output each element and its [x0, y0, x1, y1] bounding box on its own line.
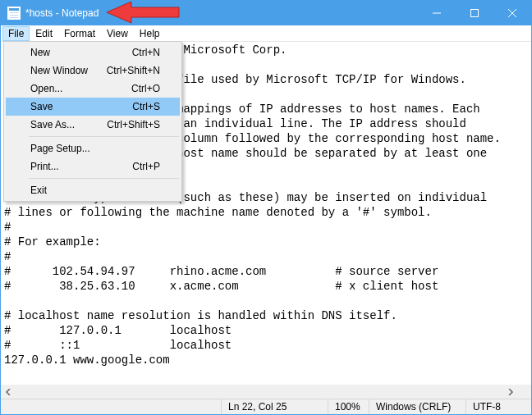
menu-item-shortcut: Ctrl+S: [132, 101, 160, 112]
menu-item-label: Open...: [30, 83, 62, 94]
maximize-button[interactable]: [456, 1, 493, 25]
menu-edit[interactable]: Edit: [30, 26, 58, 41]
status-encoding: UTF-8: [466, 399, 531, 414]
menubar: File Edit Format View Help: [1, 25, 531, 42]
menu-item-shortcut: Ctrl+Shift+N: [107, 65, 160, 76]
menu-item-page-setup[interactable]: Page Setup...: [6, 139, 180, 157]
menu-item-shortcut: Ctrl+N: [132, 47, 160, 58]
menu-item-new[interactable]: New Ctrl+N: [6, 43, 180, 62]
minimize-button[interactable]: [418, 1, 456, 25]
menu-item-shortcut: Ctrl+Shift+S: [107, 119, 160, 130]
svg-rect-1: [471, 10, 479, 17]
menu-item-open[interactable]: Open... Ctrl+O: [6, 80, 180, 98]
menu-item-label: Save: [30, 101, 53, 112]
menu-item-exit[interactable]: Exit: [6, 181, 180, 199]
horizontal-scrollbar[interactable]: [1, 385, 517, 399]
titlebar[interactable]: *hosts - Notepad: [1, 1, 531, 25]
close-button[interactable]: [493, 1, 531, 25]
scroll-corner: [517, 385, 531, 399]
menu-item-label: New Window: [30, 65, 88, 76]
menu-file[interactable]: File: [2, 26, 30, 41]
menu-item-label: New: [30, 47, 50, 58]
file-menu-dropdown: New Ctrl+N New Window Ctrl+Shift+N Open.…: [3, 41, 182, 202]
menu-item-label: Exit: [30, 185, 47, 196]
menu-item-label: Print...: [30, 161, 59, 172]
statusbar: Ln 22, Col 25 100% Windows (CRLF) UTF-8: [1, 399, 531, 414]
window-controls: [418, 1, 531, 25]
menu-item-label: Save As...: [30, 119, 75, 130]
menu-separator: [29, 136, 179, 137]
window-title: *hosts - Notepad: [25, 7, 99, 19]
menu-item-shortcut: Ctrl+P: [132, 161, 160, 172]
menu-item-new-window[interactable]: New Window Ctrl+Shift+N: [6, 62, 180, 80]
menu-item-label: Page Setup...: [30, 143, 90, 154]
menu-item-save-as[interactable]: Save As... Ctrl+Shift+S: [6, 116, 180, 134]
menu-item-save[interactable]: Save Ctrl+S: [6, 98, 180, 116]
menu-format[interactable]: Format: [58, 26, 101, 41]
menu-item-print[interactable]: Print... Ctrl+P: [6, 157, 180, 176]
menu-item-shortcut: Ctrl+O: [131, 83, 160, 94]
menu-help[interactable]: Help: [134, 26, 166, 41]
status-position: Ln 22, Col 25: [221, 399, 328, 414]
notepad-icon: [7, 7, 21, 20]
status-line-ending: Windows (CRLF): [369, 399, 466, 414]
status-zoom: 100%: [328, 399, 369, 414]
menu-view[interactable]: View: [101, 26, 134, 41]
scroll-right-icon[interactable]: [503, 385, 517, 399]
menu-separator: [29, 178, 179, 179]
scroll-left-icon[interactable]: [1, 385, 15, 399]
